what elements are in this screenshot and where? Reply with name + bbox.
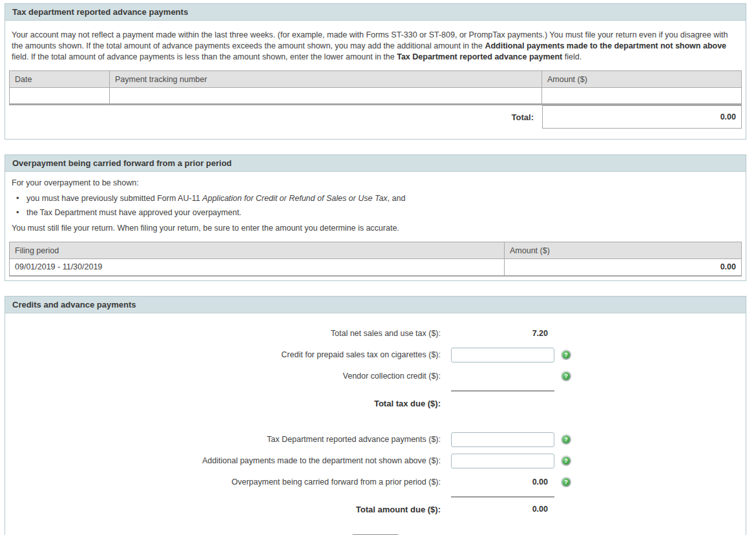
- cigarettes-credit-input[interactable]: [451, 348, 554, 362]
- bullet-au11-form-name: Application for Credit or Refund of Sale…: [202, 194, 388, 203]
- help-icon[interactable]: ?: [561, 350, 571, 360]
- question-mark-icon: ?: [562, 351, 570, 359]
- tracking-number-cell: [110, 88, 542, 105]
- overpayment-intro: For your overpayment to be shown:: [12, 176, 739, 190]
- question-mark-icon: ?: [562, 457, 570, 465]
- total-net-sales-label: Total net sales and use tax ($):: [9, 329, 441, 338]
- overpayment-bullets: you must have previously submitted Form …: [9, 191, 742, 220]
- total-divider: [451, 496, 554, 498]
- overpayment-body: For your overpayment to be shown: you mu…: [5, 172, 746, 280]
- bullet-au11: you must have previously submitted Form …: [9, 191, 742, 205]
- advance-payments-header-row: Date Payment tracking number Amount ($): [10, 71, 742, 88]
- bullet-approved: the Tax Department must have approved yo…: [9, 205, 742, 220]
- reported-advance-payments-label: Tax Department reported advance payments…: [9, 435, 441, 444]
- date-cell: [10, 88, 110, 105]
- additional-payments-row: Additional payments made to the departme…: [9, 454, 742, 468]
- total-amount-due-value: 0.00: [532, 505, 554, 514]
- overpayment-carried-forward-value: 0.00: [532, 477, 554, 487]
- intro-text-2: field. If the total amount of advance pa…: [12, 52, 397, 61]
- question-mark-icon: ?: [562, 372, 570, 380]
- total-net-sales-value: 7.20: [532, 329, 554, 338]
- advance-payments-total-value: 0.00: [542, 105, 742, 129]
- total-net-sales-row: Total net sales and use tax ($): 7.20: [9, 326, 742, 341]
- bullet-au11-text-1: you must have previously submitted Form …: [26, 194, 202, 203]
- column-header-tracking-number: Payment tracking number: [110, 71, 542, 88]
- credits-section-title: Credits and advance payments: [5, 297, 746, 313]
- column-header-filing-period: Filing period: [10, 242, 505, 259]
- advance-payments-body: Your account may not reflect a payment m…: [5, 21, 746, 139]
- filing-period-cell: 09/01/2019 - 11/30/2019: [10, 259, 505, 276]
- column-header-amount: Amount ($): [542, 71, 742, 88]
- advance-payments-section-title: Tax department reported advance payments: [5, 4, 746, 21]
- intro-bold-additional-payments: Additional payments made to the departme…: [485, 41, 726, 50]
- total-amount-due-row: Total amount due ($): 0.00: [9, 502, 742, 517]
- intro-text-3: field.: [562, 52, 582, 61]
- column-header-amount: Amount ($): [505, 242, 742, 259]
- column-header-date: Date: [10, 71, 110, 88]
- advance-payments-table: Date Payment tracking number Amount ($): [9, 70, 742, 105]
- help-icon[interactable]: ?: [561, 434, 571, 445]
- advance-payments-intro: Your account may not reflect a payment m…: [12, 30, 739, 63]
- overpayment-outro: You must still file your return. When fi…: [12, 221, 739, 235]
- help-icon[interactable]: ?: [561, 456, 571, 466]
- bullet-au11-text-2: , and: [388, 194, 406, 203]
- amount-cell: [542, 88, 742, 105]
- vendor-credit-row: Vendor collection credit ($): ?: [9, 369, 742, 384]
- additional-payments-input[interactable]: [451, 454, 554, 468]
- overpayment-carried-forward-label: Overpayment being carried forward from a…: [9, 477, 441, 487]
- question-mark-icon: ?: [562, 435, 570, 443]
- advance-payments-total-row: Total: 0.00: [9, 105, 742, 129]
- reported-advance-payments-row: Tax Department reported advance payments…: [9, 432, 742, 447]
- help-icon[interactable]: ?: [561, 371, 571, 381]
- vendor-credit-label: Vendor collection credit ($):: [9, 372, 441, 381]
- table-row: 09/01/2019 - 11/30/2019 0.00: [10, 259, 742, 276]
- total-amount-due-label: Total amount due ($):: [9, 505, 441, 514]
- cigarettes-credit-label: Credit for prepaid sales tax on cigarett…: [9, 350, 441, 359]
- credits-body: Total net sales and use tax ($): 7.20 Cr…: [5, 313, 746, 535]
- intro-bold-reported-advance: Tax Department reported advance payment: [397, 52, 562, 61]
- help-icon[interactable]: ?: [561, 477, 571, 487]
- subtotal-divider: [451, 390, 554, 392]
- advance-payments-section: Tax department reported advance payments…: [5, 3, 746, 140]
- cigarettes-credit-row: Credit for prepaid sales tax on cigarett…: [9, 348, 742, 362]
- reported-advance-payments-input[interactable]: [451, 432, 554, 447]
- credits-section: Credits and advance payments Total net s…: [5, 296, 746, 535]
- overpayment-section-title: Overpayment being carried forward from a…: [5, 155, 746, 172]
- total-label: Total:: [512, 112, 534, 122]
- overpayment-carried-forward-row: Overpayment being carried forward from a…: [9, 475, 742, 490]
- page: Tax department reported advance payments…: [0, 0, 756, 535]
- overpayment-amount-cell: 0.00: [505, 259, 742, 276]
- table-row: [10, 88, 742, 105]
- total-tax-due-label: Total tax due ($):: [9, 399, 441, 408]
- additional-payments-label: Additional payments made to the departme…: [9, 456, 441, 465]
- overpayment-table: Filing period Amount ($) 09/01/2019 - 11…: [9, 242, 742, 277]
- total-tax-due-row: Total tax due ($):: [9, 396, 742, 411]
- question-mark-icon: ?: [562, 478, 570, 486]
- overpayment-header-row: Filing period Amount ($): [10, 242, 742, 259]
- overpayment-section: Overpayment being carried forward from a…: [5, 154, 746, 281]
